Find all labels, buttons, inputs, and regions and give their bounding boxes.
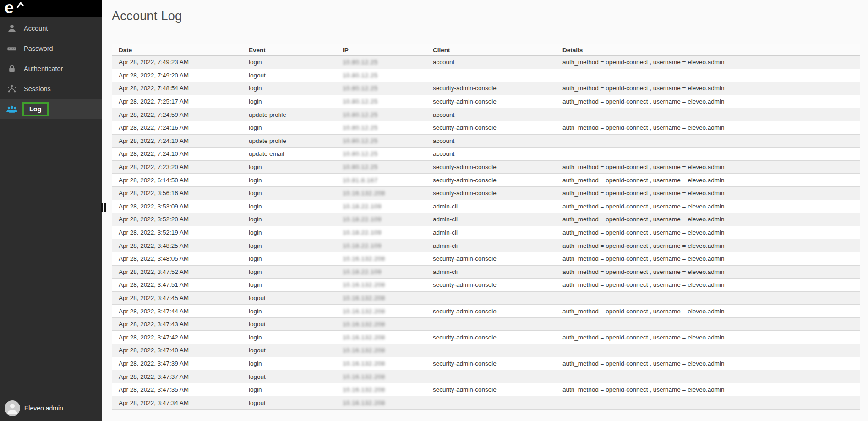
cell-ip: 10.18.22.109 <box>336 239 426 252</box>
cell-ip: 10.16.132.208 <box>336 291 426 305</box>
cell-details: auth_method = openid-connect , username … <box>556 82 860 95</box>
eleveo-logo[interactable]: e <box>5 0 13 17</box>
cell-event: login <box>242 331 336 344</box>
cell-details: auth_method = openid-connect , username … <box>556 252 860 265</box>
table-row: Apr 28, 2022, 7:23:20 AM login 10.80.12.… <box>112 160 860 174</box>
cell-date: Apr 28, 2022, 7:49:23 AM <box>112 56 242 69</box>
sidebar-item-label: Log <box>22 102 49 116</box>
table-row: Apr 28, 2022, 3:47:52 AM login 10.18.22.… <box>112 265 860 279</box>
cell-date: Apr 28, 2022, 7:24:16 AM <box>112 121 242 134</box>
cell-event: logout <box>242 317 336 331</box>
main-content: Account Log Date Event IP Client Details… <box>102 0 868 421</box>
user-name: Eleveo admin <box>24 405 63 412</box>
cell-ip: 10.80.12.25 <box>336 82 426 95</box>
table-row: Apr 28, 2022, 3:52:19 AM login 10.18.22.… <box>112 226 860 239</box>
redacted-ip-value: 10.16.132.208 <box>343 295 385 301</box>
sidebar-item-log[interactable]: Log <box>0 99 102 119</box>
cell-ip: 10.18.22.109 <box>336 200 426 213</box>
sidebar-resize-handle-icon[interactable] <box>101 203 106 212</box>
topbar: e <box>0 0 102 17</box>
redacted-ip-value: 10.80.12.25 <box>343 137 378 144</box>
cell-date: Apr 28, 2022, 3:48:25 AM <box>112 239 242 252</box>
sessions-tree-icon <box>6 84 18 94</box>
cell-client: account <box>426 108 556 121</box>
redacted-ip-value: 10.80.12.25 <box>343 164 378 170</box>
cell-details <box>556 134 860 148</box>
cell-event: login <box>242 121 336 134</box>
password-icon <box>6 44 18 54</box>
cell-ip: 10.16.132.208 <box>336 344 426 357</box>
sidebar-item-password[interactable]: Password <box>0 38 102 59</box>
cell-details <box>556 69 860 82</box>
table-row: Apr 28, 2022, 7:49:20 AM logout 10.80.12… <box>112 69 860 82</box>
cell-ip: 10.80.12.25 <box>336 148 426 161</box>
cell-details: auth_method = openid-connect , username … <box>556 56 860 69</box>
cell-details <box>556 396 860 410</box>
cell-details <box>556 108 860 121</box>
cell-details <box>556 291 860 305</box>
cell-ip: 10.18.22.109 <box>336 213 426 226</box>
sidebar-item-sessions[interactable]: Sessions <box>0 79 102 99</box>
account-log-table: Date Event IP Client Details Apr 28, 202… <box>112 44 860 410</box>
cell-ip: 10.80.12.25 <box>336 95 426 108</box>
redacted-ip-value: 10.80.12.25 <box>343 85 378 92</box>
cell-event: update email <box>242 148 336 161</box>
sidebar-item-label: Password <box>24 45 53 52</box>
redacted-ip-value: 10.18.22.109 <box>343 203 382 210</box>
cell-details: auth_method = openid-connect , username … <box>556 239 860 252</box>
cell-client: admin-cli <box>426 239 556 252</box>
table-row: Apr 28, 2022, 3:48:05 AM login 10.16.132… <box>112 252 860 265</box>
cell-date: Apr 28, 2022, 3:47:42 AM <box>112 331 242 344</box>
cell-ip: 10.16.132.208 <box>336 186 426 200</box>
table-row: Apr 28, 2022, 7:24:16 AM login 10.80.12.… <box>112 121 860 134</box>
redacted-ip-value: 10.16.132.208 <box>343 399 385 406</box>
cell-date: Apr 28, 2022, 7:24:59 AM <box>112 108 242 121</box>
cell-client: security-admin-console <box>426 82 556 95</box>
user-section[interactable]: Eleveo admin <box>0 395 102 421</box>
redacted-ip-value: 10.16.132.208 <box>343 308 385 315</box>
cell-date: Apr 28, 2022, 3:48:05 AM <box>112 252 242 265</box>
cell-client: account <box>426 148 556 161</box>
sidebar-item-label: Sessions <box>24 85 51 93</box>
cell-ip: 10.16.132.208 <box>336 370 426 383</box>
cell-event: login <box>242 160 336 174</box>
cell-client <box>426 69 556 82</box>
cell-event: logout <box>242 370 336 383</box>
cell-event: login <box>242 265 336 279</box>
cell-client: admin-cli <box>426 265 556 279</box>
redacted-ip-value: 10.16.132.208 <box>343 190 385 197</box>
redacted-ip-value: 10.18.22.109 <box>343 216 382 223</box>
table-row: Apr 28, 2022, 3:52:20 AM login 10.18.22.… <box>112 213 860 226</box>
sidebar-item-account[interactable]: Account <box>0 18 102 38</box>
cell-client <box>426 370 556 383</box>
cell-ip: 10.16.132.208 <box>336 396 426 410</box>
cell-date: Apr 28, 2022, 3:52:20 AM <box>112 213 242 226</box>
sidebar-menu: Account Password Authenticator <box>0 17 102 119</box>
sidebar-item-authenticator[interactable]: Authenticator <box>0 59 102 79</box>
cell-client <box>426 317 556 331</box>
cell-details: auth_method = openid-connect , username … <box>556 279 860 292</box>
cell-date: Apr 28, 2022, 3:47:43 AM <box>112 317 242 331</box>
cell-client: security-admin-console <box>426 186 556 200</box>
cell-event: logout <box>242 291 336 305</box>
cell-ip: 10.16.132.208 <box>336 383 426 396</box>
cell-ip: 10.80.12.25 <box>336 160 426 174</box>
redacted-ip-value: 10.16.132.208 <box>343 281 385 288</box>
table-row: Apr 28, 2022, 3:48:25 AM login 10.18.22.… <box>112 239 860 252</box>
cell-date: Apr 28, 2022, 7:24:10 AM <box>112 148 242 161</box>
cell-client: security-admin-console <box>426 279 556 292</box>
cell-date: Apr 28, 2022, 7:25:17 AM <box>112 95 242 108</box>
cell-date: Apr 28, 2022, 3:53:09 AM <box>112 200 242 213</box>
cell-client: admin-cli <box>426 226 556 239</box>
redacted-ip-value: 10.18.22.109 <box>343 242 382 249</box>
cell-event: login <box>242 213 336 226</box>
table-row: Apr 28, 2022, 3:56:16 AM login 10.16.132… <box>112 186 860 200</box>
redacted-ip-value: 10.16.132.208 <box>343 386 385 393</box>
redacted-ip-value: 10.80.12.25 <box>343 98 378 105</box>
cell-event: logout <box>242 396 336 410</box>
cell-date: Apr 28, 2022, 3:47:44 AM <box>112 305 242 318</box>
cell-date: Apr 28, 2022, 3:47:51 AM <box>112 279 242 292</box>
cell-event: login <box>242 95 336 108</box>
cell-client: security-admin-console <box>426 160 556 174</box>
cell-ip: 10.80.12.25 <box>336 56 426 69</box>
